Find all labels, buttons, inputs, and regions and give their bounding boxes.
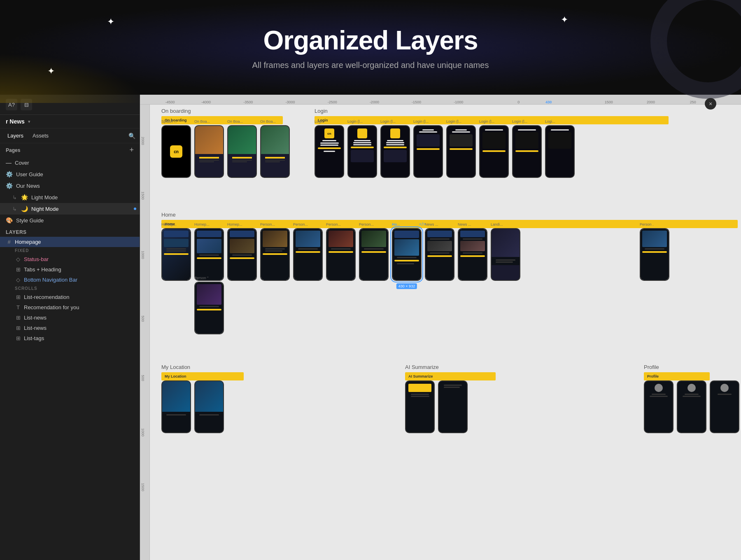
extra-phones-group: Person " <box>194 282 224 334</box>
close-button[interactable]: × <box>705 98 716 110</box>
phone-label-ho: Ho... <box>392 222 400 226</box>
page-item-our-news[interactable]: ⚙️ Our News <box>0 180 140 191</box>
layer-homepage[interactable]: # Homepage <box>0 237 140 247</box>
layer-recommendation-you[interactable]: T Recomendation for you <box>0 302 140 313</box>
phone-onboard3 <box>260 125 290 178</box>
layer-name-list-news-1: List-news <box>24 315 47 321</box>
page-item-user-guide[interactable]: ⚙️ User Guide <box>0 168 140 180</box>
layer-list-tags[interactable]: ⊞ List-tags <box>0 333 140 343</box>
layer-list-news-1[interactable]: ⊞ List-news <box>0 313 140 323</box>
page-item-cover[interactable]: — Cover <box>0 157 140 168</box>
ruler-mark: 250 <box>690 100 696 104</box>
pages-label: Pages <box>6 147 20 153</box>
ruler-left: 2000 1500 1000 500 500 1000 1500 <box>140 105 150 560</box>
layers-header: Layers <box>0 226 140 237</box>
layer-list-news-2[interactable]: ⊞ List-news <box>0 323 140 333</box>
my-location-section-bar: My Location <box>161 372 244 380</box>
page-icon-light-mode: 🌟 <box>21 194 28 201</box>
phone-person-4 <box>359 228 389 281</box>
phone-login-6 <box>512 125 542 178</box>
phone-wrapper-onboard3: On Boa... <box>260 125 290 178</box>
ruler-left-mark: 500 <box>140 375 145 381</box>
phone-label: Homep... <box>161 222 177 226</box>
hero-yellow-glow <box>0 54 144 103</box>
phone-wrapper-home-2: Homep... <box>194 228 224 281</box>
phone-login-2 <box>380 125 410 178</box>
phone-wrapper-onboard2: On Boa... <box>227 125 257 178</box>
phone-landing <box>491 228 520 281</box>
search-button[interactable]: 🔍 <box>128 133 135 139</box>
project-name-row[interactable]: r News ▾ <box>0 115 140 128</box>
phone-wrapper-person-3: Person... <box>326 228 356 281</box>
phone-label: Homep... <box>227 222 242 226</box>
phone-label: Landi... <box>491 222 503 226</box>
phone-onboard2 <box>227 125 257 178</box>
phone-wrapper-login-base: Login cn <box>315 125 344 178</box>
hero-title: Organized Layers <box>263 25 478 56</box>
ruler-mark-430: 430 <box>545 100 552 104</box>
home-section-label: Home <box>161 212 176 218</box>
ruler-mark: -3000 <box>285 100 295 104</box>
phone-wrapper-login-6: Login (l... <box>512 125 542 178</box>
phone-home-1 <box>161 228 191 281</box>
phone-onboard1 <box>194 125 224 178</box>
phone-label: Logi... <box>545 119 555 124</box>
page-item-light-mode[interactable]: ↳ 🌟 Light Mode <box>0 191 140 203</box>
phone-wrapper-login-5: Login (l... <box>479 125 509 178</box>
phone-person-1 <box>260 228 290 281</box>
ruler-mark: -4500 <box>165 100 175 104</box>
canvas-area[interactable]: × -4500 -4000 -3500 -3000 -2500 -2000 -1… <box>140 95 741 560</box>
phone-wrapper-person-quote: Person " <box>194 282 224 334</box>
layer-diamond-icon-status: ◇ <box>15 256 21 262</box>
phone-login-4 <box>446 125 476 178</box>
phone-label: Person... <box>293 222 308 226</box>
layer-tabs-heading[interactable]: ⊞ Tabs + Heading <box>0 264 140 275</box>
ruler-left-mark: 1500 <box>140 191 145 200</box>
layer-grid-icon-news1: ⊞ <box>15 315 21 321</box>
phone-wrapper-login-2: Login (l... <box>380 125 410 178</box>
ruler-mark: -1000 <box>454 100 463 104</box>
add-page-button[interactable]: + <box>129 146 134 154</box>
layer-text-icon-rec: T <box>15 304 21 310</box>
fixed-label: FIXED <box>0 247 140 254</box>
page-icon-user-guide: ⚙️ <box>6 171 13 177</box>
person-dot-group: Person . <box>640 228 669 281</box>
phone-label: Login <box>315 119 324 124</box>
tab-layers[interactable]: Layers <box>4 131 27 140</box>
phone-login-7 <box>545 125 575 178</box>
canvas-content: On boarding On boarding Splash ... cn On… <box>150 105 741 560</box>
layer-name-homepage: Homepage <box>15 239 41 245</box>
profile-section-label: Profile <box>644 364 659 370</box>
page-item-style-guide[interactable]: 🎨 Style Guide <box>0 215 140 226</box>
layer-name-list-news-2: List-news <box>24 325 47 331</box>
ruler-mark: 0 <box>517 100 520 104</box>
sidebar: A? ⊟ r News ▾ Layers Assets 🔍 Pages + — <box>0 95 140 560</box>
phone-ho-selected <box>392 228 422 281</box>
my-location-section-label: My Location <box>161 364 190 370</box>
phone-splash: cn <box>161 125 191 178</box>
ruler-left-mark: 1000 <box>140 251 145 259</box>
page-icon-night-mode: 🌙 <box>21 205 28 212</box>
page-label-style-guide: Style Guide <box>16 217 44 224</box>
phone-wrapper-home-1: Homep... <box>161 228 191 281</box>
phone-wrapper-person-4: Person... <box>359 228 389 281</box>
phone-login-5 <box>479 125 509 178</box>
phone-label: News ... <box>458 222 471 226</box>
ruler-top: -4500 -4000 -3500 -3000 -2500 -2000 -150… <box>140 95 741 105</box>
phone-label: Login (l... <box>347 119 363 124</box>
phone-wrapper-onboard1: On Boa... <box>194 125 224 178</box>
layer-diamond-icon-nav: ◇ <box>15 277 21 283</box>
phone-person-3 <box>326 228 356 281</box>
layer-status-bar[interactable]: ◇ Status-bar <box>0 254 140 264</box>
phone-wrapper-home-3: Homep... <box>227 228 257 281</box>
phone-location-1 <box>161 380 191 433</box>
ruler-mark: -2500 <box>328 100 337 104</box>
tab-assets[interactable]: Assets <box>29 131 52 140</box>
layer-list-recommendation[interactable]: ⊞ List-recomendation <box>0 292 140 302</box>
layer-name-list-rec: List-recomendation <box>24 294 70 300</box>
phone-home-2 <box>194 228 224 281</box>
layer-grid-icon-rec: ⊞ <box>15 294 21 300</box>
phone-label: Login (l... <box>446 119 461 124</box>
page-item-night-mode[interactable]: ↳ 🌙 Night Mode <box>0 203 140 215</box>
layer-bottom-nav[interactable]: ◇ Bottom Navigation Bar <box>0 275 140 285</box>
